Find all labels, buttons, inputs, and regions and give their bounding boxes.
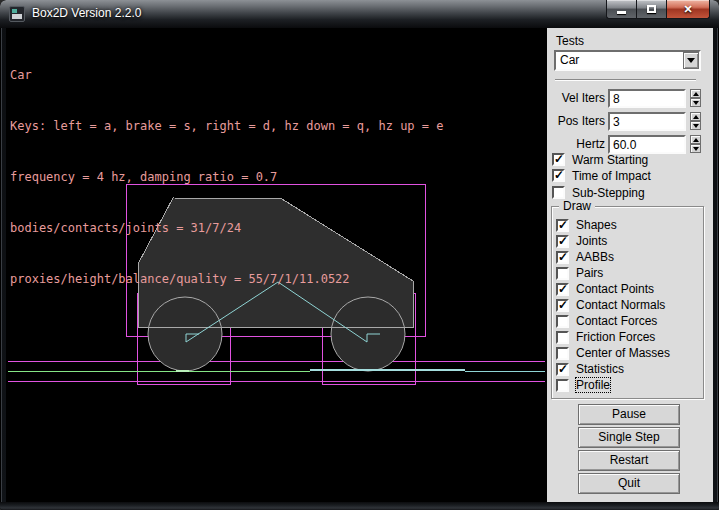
pause-button[interactable]: Pause: [578, 404, 680, 425]
single-step-button[interactable]: Single Step: [578, 427, 680, 448]
contact-normals-checkbox[interactable]: ✓ Contact Normals: [556, 297, 670, 313]
vel-iters-down-button[interactable]: [690, 98, 701, 107]
close-icon: ✕: [683, 4, 692, 15]
time-of-impact-checkbox[interactable]: ✓ Time of Impact: [552, 168, 651, 183]
warm-starting-checkbox[interactable]: ✓ Warm Starting: [552, 152, 648, 167]
bodies-stats-line: bodies/contacts/joints = 31/7/24: [10, 220, 443, 237]
draw-items: ✓ Shapes ✓ Joints ✓ AABBs Pairs: [556, 217, 670, 393]
checkbox-icon: ✓: [556, 219, 569, 232]
tests-dropdown[interactable]: Car: [554, 50, 701, 71]
tests-dropdown-value: Car: [560, 53, 579, 67]
close-button[interactable]: ✕: [666, 0, 710, 19]
friction-forces-label: Friction Forces: [576, 330, 655, 344]
warm-starting-label: Warm Starting: [572, 153, 648, 167]
draw-group-legend: Draw: [559, 199, 595, 213]
info-text: Car Keys: left = a, brake = s, right = d…: [10, 33, 443, 322]
checkbox-icon: ✓: [556, 283, 569, 296]
window-title: Box2D Version 2.2.0: [32, 6, 141, 20]
restart-button[interactable]: Restart: [578, 450, 680, 471]
arrow-up-icon: [693, 138, 699, 142]
pos-iters-row: Pos Iters: [547, 112, 713, 131]
pos-iters-input[interactable]: [608, 112, 686, 131]
tests-dropdown-button[interactable]: [683, 52, 699, 69]
quit-button[interactable]: Quit: [578, 473, 680, 494]
arrow-down-icon: [693, 101, 699, 105]
pos-iters-spinner: [690, 112, 701, 131]
contact-forces-label: Contact Forces: [576, 314, 657, 328]
joints-checkbox[interactable]: ✓ Joints: [556, 233, 670, 249]
control-panel: Tests Car Vel Iters Pos Iters: [547, 28, 713, 502]
ground-edge-bridge: [310, 369, 465, 371]
statistics-checkbox[interactable]: ✓ Statistics: [556, 361, 670, 377]
profile-checkbox[interactable]: Profile: [556, 377, 670, 393]
contact-normals-label: Contact Normals: [576, 298, 665, 312]
app-window: Box2D Version 2.2.0 ✕: [0, 0, 719, 510]
checkbox-icon: [556, 347, 569, 360]
statistics-label: Statistics: [576, 362, 624, 376]
caption-buttons: ✕: [606, 0, 710, 19]
checkbox-icon: [556, 379, 569, 392]
pos-iters-label: Pos Iters: [547, 114, 605, 128]
checkbox-icon: ✓: [556, 363, 569, 376]
arrow-up-icon: [693, 115, 699, 119]
minimize-button[interactable]: [606, 0, 636, 19]
tests-label: Tests: [556, 34, 584, 48]
window-bottom-border: [0, 502, 719, 510]
pos-iters-down-button[interactable]: [690, 121, 701, 130]
separator-line: [555, 79, 696, 81]
vel-iters-spinner: [690, 89, 701, 108]
arrow-down-icon: [693, 147, 699, 151]
titlebar[interactable]: Box2D Version 2.2.0 ✕: [0, 0, 719, 28]
simulation-canvas[interactable]: Car Keys: left = a, brake = s, right = d…: [6, 28, 547, 502]
pairs-label: Pairs: [576, 266, 603, 280]
hertz-spinner: [690, 135, 701, 154]
checkbox-icon: ✓: [556, 251, 569, 264]
center-of-masses-checkbox[interactable]: Center of Masses: [556, 345, 670, 361]
sub-stepping-checkbox[interactable]: Sub-Stepping: [552, 185, 645, 200]
checkbox-icon: ✓: [552, 153, 565, 166]
vel-iters-row: Vel Iters: [547, 89, 713, 108]
chevron-down-icon: [687, 58, 695, 63]
arrow-up-icon: [693, 92, 699, 96]
pairs-checkbox[interactable]: Pairs: [556, 265, 670, 281]
checkbox-icon: ✓: [556, 235, 569, 248]
checkbox-icon: [556, 331, 569, 344]
minimize-icon: [617, 11, 626, 14]
checkbox-icon: ✓: [556, 299, 569, 312]
keys-line: Keys: left = a, brake = s, right = d, hz…: [10, 118, 443, 135]
draw-group: Draw ✓ Shapes ✓ Joints ✓ AABBs: [551, 206, 704, 399]
hertz-up-button[interactable]: [690, 135, 701, 144]
vel-iters-up-button[interactable]: [690, 89, 701, 98]
hertz-label: Hertz: [547, 137, 605, 151]
checkbox-icon: [556, 267, 569, 280]
friction-forces-checkbox[interactable]: Friction Forces: [556, 329, 670, 345]
arrow-down-icon: [693, 124, 699, 128]
shapes-checkbox[interactable]: ✓ Shapes: [556, 217, 670, 233]
contact-points-checkbox[interactable]: ✓ Contact Points: [556, 281, 670, 297]
center-of-masses-label: Center of Masses: [576, 346, 670, 360]
proxies-stats-line: proxies/height/balance/quality = 55/7/1/…: [10, 271, 443, 288]
frequency-line: frequency = 4 hz, damping ratio = 0.7: [10, 169, 443, 186]
checkbox-icon: ✓: [552, 169, 565, 182]
profile-label: Profile: [576, 378, 610, 392]
contact-points-label: Contact Points: [576, 282, 654, 296]
vel-iters-input[interactable]: [608, 89, 686, 108]
contact-forces-checkbox[interactable]: Contact Forces: [556, 313, 670, 329]
maximize-icon: [647, 5, 656, 13]
checkbox-icon: [556, 315, 569, 328]
hertz-down-button[interactable]: [690, 144, 701, 153]
aabbs-checkbox[interactable]: ✓ AABBs: [556, 249, 670, 265]
pos-iters-up-button[interactable]: [690, 112, 701, 121]
test-name-line: Car: [10, 67, 443, 84]
app-icon: [9, 6, 25, 22]
vel-iters-label: Vel Iters: [547, 91, 605, 105]
contact-point-left: [176, 370, 189, 372]
joints-label: Joints: [576, 234, 607, 248]
aabbs-label: AABBs: [576, 250, 614, 264]
sub-stepping-label: Sub-Stepping: [572, 186, 645, 200]
time-of-impact-label: Time of Impact: [572, 169, 651, 183]
shapes-label: Shapes: [576, 218, 617, 232]
checkbox-icon: [552, 186, 565, 199]
maximize-button[interactable]: [636, 0, 666, 19]
